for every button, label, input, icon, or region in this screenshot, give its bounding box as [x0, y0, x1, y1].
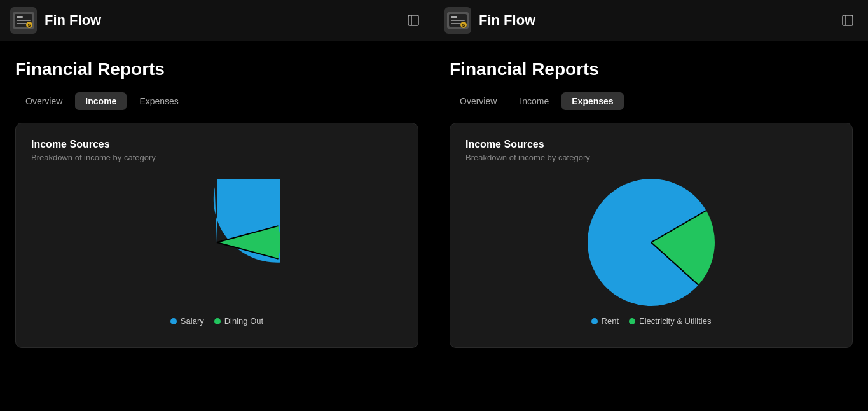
left-legend-dining-dot [214, 318, 221, 324]
svg-rect-18 [843, 15, 853, 25]
svg-rect-5 [17, 23, 27, 24]
svg-rect-3 [17, 16, 23, 18]
right-legend-electricity-dot [629, 318, 635, 324]
right-legend: Rent Electricity & Utilities [591, 316, 712, 326]
app-title-right: Fin Flow [479, 12, 535, 29]
right-page-title: Financial Reports [450, 59, 853, 80]
svg-rect-14 [451, 20, 465, 21]
left-panel: Financial Reports Overview Income Expens… [0, 41, 434, 411]
app-logo-left: $ [10, 7, 37, 34]
app-title-left: Fin Flow [45, 12, 101, 29]
left-card: Income Sources Breakdown of income by ca… [15, 123, 418, 348]
left-card-title: Income Sources [31, 139, 403, 150]
right-legend-electricity: Electricity & Utilities [629, 316, 711, 326]
svg-text:$: $ [28, 23, 31, 28]
right-legend-rent-dot [591, 318, 598, 324]
right-card-title: Income Sources [465, 139, 837, 150]
left-pie-chart [153, 179, 280, 306]
right-tab-group: Overview Income Expenses [450, 92, 853, 110]
left-tab-overview[interactable]: Overview [15, 92, 72, 110]
svg-rect-4 [17, 20, 31, 21]
left-legend-dining: Dining Out [214, 316, 263, 326]
left-legend-dining-label: Dining Out [224, 316, 263, 326]
main-content: Financial Reports Overview Income Expens… [0, 41, 868, 411]
svg-rect-13 [451, 16, 457, 18]
left-tab-expenses[interactable]: Expenses [129, 92, 188, 110]
left-legend-salary-label: Salary [181, 316, 204, 326]
right-panel: Financial Reports Overview Income Expens… [434, 41, 868, 411]
right-header: $ Fin Flow [434, 0, 868, 41]
left-header: $ Fin Flow [0, 0, 434, 41]
right-legend-rent-label: Rent [602, 316, 619, 326]
right-legend-electricity-label: Electricity & Utilities [639, 316, 711, 326]
right-tab-expenses[interactable]: Expenses [561, 92, 623, 110]
sidebar-toggle-right[interactable] [837, 10, 858, 31]
app-logo-right: $ [444, 7, 471, 34]
svg-text:$: $ [462, 23, 465, 28]
left-tab-group: Overview Income Expenses [15, 92, 418, 110]
left-legend: Salary Dining Out [170, 316, 263, 326]
left-chart-container: Salary Dining Out [31, 172, 403, 332]
right-pie-chart [588, 179, 715, 306]
left-legend-salary: Salary [170, 316, 204, 326]
right-legend-rent: Rent [591, 316, 619, 326]
left-card-subtitle: Breakdown of income by category [31, 153, 403, 162]
left-tab-income[interactable]: Income [75, 92, 127, 110]
sidebar-toggle-left[interactable] [403, 10, 424, 31]
svg-rect-8 [408, 15, 418, 25]
right-tab-income[interactable]: Income [509, 92, 559, 110]
left-page-title: Financial Reports [15, 59, 418, 80]
svg-rect-15 [451, 23, 461, 24]
right-card-subtitle: Breakdown of income by category [465, 153, 837, 162]
right-tab-overview[interactable]: Overview [450, 92, 507, 110]
left-legend-salary-dot [170, 318, 177, 324]
top-bar: $ Fin Flow $ Fin Flow [0, 0, 868, 41]
right-card: Income Sources Breakdown of income by ca… [450, 123, 853, 348]
right-chart-container: Rent Electricity & Utilities [465, 172, 837, 332]
